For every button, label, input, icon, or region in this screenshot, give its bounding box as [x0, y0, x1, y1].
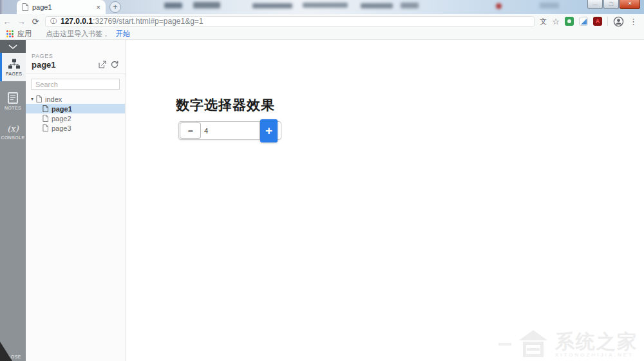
browser-tab-page1[interactable]: page1 ×	[17, 0, 106, 14]
tree-item-label: page2	[52, 115, 71, 122]
watermark-domain: XITONGZHIJIA.NET	[555, 352, 634, 358]
panel-section-label: PAGES	[32, 53, 53, 59]
house-logo-icon	[516, 330, 550, 358]
extension-icon-green[interactable]	[565, 17, 574, 26]
tree-row-index[interactable]: ▾ index	[26, 94, 125, 104]
tree-row-page3[interactable]: page3	[26, 123, 125, 133]
tree-item-label: page3	[52, 124, 71, 132]
caret-down-icon[interactable]: ▾	[31, 96, 36, 102]
blurred-background-blob	[496, 3, 502, 9]
page-tree: ▾ index page1 page2 page3	[26, 94, 125, 133]
page-info-icon[interactable]: ⓘ	[50, 18, 57, 24]
toolbar-separator	[607, 17, 608, 26]
start-link[interactable]: 开始	[116, 29, 130, 39]
stepper-value-input[interactable]	[202, 122, 260, 139]
url-text: 127.0.0.1:32769/start.html#p=page1&g=1	[61, 17, 204, 26]
sidebar-item-console[interactable]: (x) CONSOLE	[0, 117, 26, 146]
watermark-brand: 系统之家	[555, 331, 638, 352]
tab-close-icon[interactable]: ×	[97, 4, 100, 11]
toolbar-right-icons: 文 ☆ A ⋮	[540, 16, 644, 27]
notes-icon	[8, 92, 18, 104]
browser-window: page1 × + — ❐ ✕ ← → ⟳ ⓘ 127.0.0.1:32769/…	[0, 0, 644, 361]
chevron-down-icon	[8, 44, 17, 49]
extension-icon-pdf[interactable]: A	[593, 17, 602, 26]
search-input[interactable]	[31, 79, 120, 90]
sidebar-item-label: PAGES	[6, 72, 23, 76]
address-bar[interactable]: ⓘ 127.0.0.1:32769/start.html#p=page1&g=1	[45, 16, 535, 27]
url-host: 127.0.0.1	[61, 17, 93, 26]
minimize-button[interactable]: —	[587, 0, 603, 9]
apps-label[interactable]: 应用	[17, 29, 32, 39]
file-icon	[43, 115, 48, 122]
blurred-background-blob	[193, 2, 220, 8]
forward-icon[interactable]: →	[14, 17, 28, 26]
tab-strip: page1 × + — ❐ ✕	[0, 0, 644, 14]
blurred-background-blob	[401, 3, 419, 8]
tree-item-label: index	[45, 95, 62, 103]
watermark-dash	[498, 343, 511, 346]
pages-panel: PAGES page1 ▾ index page1 page2	[26, 40, 126, 361]
number-stepper: − +	[178, 121, 281, 140]
sitemap-icon	[8, 59, 21, 70]
sidebar-item-pages[interactable]: PAGES	[0, 53, 26, 81]
collapse-sidebar-button[interactable]	[0, 40, 26, 53]
tree-row-page2[interactable]: page2	[26, 113, 125, 123]
increment-button[interactable]: +	[260, 119, 278, 142]
browser-menu-icon[interactable]: ⋮	[629, 17, 638, 26]
apps-grid-icon[interactable]	[6, 30, 14, 37]
blurred-background-blob	[540, 3, 559, 8]
left-sidebar-rail: PAGES NOTES (x) CONSOLE CLOSE	[0, 40, 26, 361]
export-page-icon[interactable]	[99, 61, 106, 68]
blurred-background-blob	[164, 3, 182, 8]
back-icon[interactable]: ←	[0, 17, 14, 26]
console-icon: (x)	[7, 124, 18, 133]
bookmark-star-icon[interactable]: ☆	[552, 17, 560, 26]
url-path: :32769/start.html#p=page1&g=1	[93, 17, 203, 26]
sidebar-item-notes[interactable]: NOTES	[0, 87, 26, 115]
extension-icon-blue[interactable]	[579, 17, 588, 26]
watermark: 系统之家 XITONGZHIJIA.NET	[498, 330, 638, 358]
import-bookmarks-hint: 点击这里导入书签，	[46, 29, 109, 39]
file-icon	[43, 124, 48, 132]
page-title: 数字选择器效果	[176, 96, 275, 114]
sidebar-item-label: NOTES	[5, 106, 21, 110]
page-favicon-icon	[22, 3, 28, 11]
file-icon	[43, 105, 48, 112]
decrement-button[interactable]: −	[180, 122, 201, 139]
blurred-background-blob	[252, 3, 292, 8]
sidebar-item-label: CONSOLE	[1, 135, 24, 140]
blurred-background-blob	[303, 3, 348, 8]
window-controls: — ❐ ✕	[587, 0, 640, 9]
browser-toolbar: ← → ⟳ ⓘ 127.0.0.1:32769/start.html#p=pag…	[0, 14, 644, 28]
file-icon	[36, 95, 42, 102]
close-window-button[interactable]: ✕	[620, 0, 640, 9]
new-tab-button[interactable]: +	[109, 1, 121, 13]
tree-row-page1[interactable]: page1	[26, 104, 125, 113]
blurred-background-blob	[361, 3, 393, 8]
translate-icon[interactable]: 文	[540, 17, 547, 26]
add-page-icon[interactable]	[111, 61, 118, 68]
profile-avatar-icon[interactable]	[613, 16, 624, 27]
reload-icon[interactable]: ⟳	[28, 17, 43, 26]
window-frame-edge	[0, 0, 3, 14]
current-page-title: page1	[32, 60, 56, 70]
tab-title: page1	[32, 3, 93, 11]
tree-item-label: page1	[52, 105, 72, 113]
corner-shape	[0, 342, 12, 361]
stepper-divider	[259, 122, 260, 139]
bookmarks-bar: 应用 点击这里导入书签， 开始	[0, 28, 644, 40]
maximize-button[interactable]: ❐	[603, 0, 619, 9]
panel-divider	[26, 73, 126, 74]
